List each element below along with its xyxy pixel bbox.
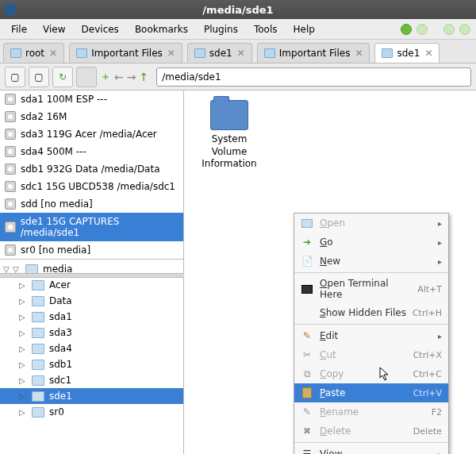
folder-icon: [264, 48, 275, 58]
rename-icon: ✎: [301, 406, 313, 418]
device-row[interactable]: sda3 119G Acer /media/Acer: [0, 125, 183, 143]
ctx-paste[interactable]: PasteCtrl+V: [294, 383, 448, 402]
up-icon[interactable]: ↑: [139, 71, 148, 83]
close-icon[interactable]: ✕: [424, 48, 432, 59]
menubar: File View Devices Bookmarks Plugins Tool…: [0, 19, 476, 40]
expand-icon[interactable]: [19, 359, 27, 370]
status-dot-4[interactable]: [459, 24, 470, 35]
ctx-label: Delete: [320, 425, 407, 437]
menu-file[interactable]: File: [3, 21, 35, 38]
tree-item[interactable]: sde1: [0, 388, 183, 404]
expand-icon[interactable]: [19, 406, 27, 417]
device-row[interactable]: sr0 [no media]: [0, 241, 183, 259]
hdd-icon: [5, 164, 16, 175]
ctx-show-hidden-files[interactable]: Show Hidden FilesCtrl+H: [294, 303, 448, 322]
toolbar-refresh[interactable]: ↻: [52, 67, 73, 87]
close-icon[interactable]: ✕: [49, 48, 57, 59]
submenu-icon: ▸: [438, 332, 442, 340]
status-dot-3[interactable]: [443, 24, 455, 35]
device-row[interactable]: sda2 16M: [0, 108, 183, 125]
ctx-cut: ✂CutCtrl+X: [294, 345, 448, 364]
folder-icon: [382, 48, 393, 58]
menu-help[interactable]: Help: [285, 21, 322, 38]
close-icon[interactable]: ✕: [355, 48, 363, 59]
status-dot-2[interactable]: [416, 24, 428, 35]
device-row[interactable]: sda4 500M ---: [0, 143, 183, 160]
back-icon[interactable]: ←: [114, 71, 124, 83]
tab-important-1[interactable]: Important Files ✕: [69, 43, 182, 63]
toolbar-btn-2[interactable]: ▢: [29, 67, 49, 87]
device-list: sda1 100M ESP ---sda2 16Msda3 119G Acer …: [0, 90, 183, 260]
tree-item[interactable]: sdb1: [0, 356, 183, 372]
expand-icon[interactable]: [19, 391, 27, 402]
paste-icon: [301, 387, 313, 399]
submenu-icon: ▸: [438, 450, 442, 455]
expand-icon[interactable]: [19, 375, 27, 386]
ctx-go[interactable]: ➔Go▸: [294, 233, 448, 252]
toolbar-folder[interactable]: [76, 67, 97, 87]
shortcut: Alt+T: [417, 284, 442, 294]
device-row[interactable]: sda1 100M ESP ---: [0, 90, 183, 108]
menu-plugins[interactable]: Plugins: [196, 21, 246, 38]
menu-view[interactable]: View: [35, 21, 73, 38]
hdd-icon: [5, 111, 16, 122]
tab-label: Important Files: [279, 48, 351, 59]
terminal-icon: [301, 283, 313, 295]
ctx-new[interactable]: 📄New▸: [294, 252, 448, 271]
close-icon[interactable]: ✕: [237, 48, 245, 59]
expand-icon[interactable]: [19, 343, 27, 354]
ctx-label: Cut: [320, 349, 407, 360]
expand-icon[interactable]: [19, 311, 27, 322]
tab-sde1-active[interactable]: sde1 ✕: [374, 43, 440, 63]
device-row[interactable]: sdc1 15G UBCD538 /media/sdc1: [0, 178, 183, 195]
tab-important-2[interactable]: Important Files ✕: [257, 43, 370, 63]
tree-item[interactable]: sda4: [0, 340, 183, 356]
folder-icon: [32, 375, 44, 386]
expand-icon[interactable]: [19, 279, 27, 290]
tree-item[interactable]: sr0: [0, 404, 183, 420]
tree-item[interactable]: Data: [0, 293, 183, 309]
ctx-label: View: [320, 448, 432, 454]
device-label: sda2 16M: [21, 111, 67, 122]
status-dot-1[interactable]: [401, 24, 412, 35]
device-row[interactable]: sdb1 932G Data /media/Data: [0, 160, 183, 178]
shortcut: Ctrl+X: [413, 350, 442, 360]
tab-label: root: [25, 48, 44, 59]
device-label: sr0 [no media]: [21, 244, 90, 256]
ctx-label: Go: [320, 237, 432, 248]
tabbar: root ✕ Important Files ✕ sde1 ✕ Importan…: [0, 40, 476, 63]
tab-root[interactable]: root ✕: [3, 43, 64, 63]
expand-icon[interactable]: [19, 295, 27, 306]
tree-item[interactable]: sdc1: [0, 372, 183, 388]
shortcut: F2: [432, 407, 442, 417]
tree-label: Data: [49, 295, 72, 306]
menu-tools[interactable]: Tools: [246, 21, 286, 38]
titlebar: /media/sde1: [0, 0, 476, 19]
device-row[interactable]: sdd [no media]: [0, 195, 183, 213]
ctx-open-terminal-here[interactable]: Open Terminal HereAlt+T: [294, 275, 448, 303]
toolbar-btn-1[interactable]: ▢: [5, 67, 25, 87]
submenu-icon: ▸: [438, 257, 442, 266]
expand-icon[interactable]: [19, 327, 27, 338]
tree-item[interactable]: sda3: [0, 325, 183, 340]
go-icon: ➔: [301, 236, 313, 248]
menu-devices[interactable]: Devices: [74, 21, 127, 38]
tab-sde1-1[interactable]: sde1 ✕: [187, 43, 252, 63]
ctx-view[interactable]: ☰View▸: [294, 444, 448, 454]
tree-label: Acer: [49, 279, 71, 290]
tree-item[interactable]: Acer: [0, 277, 183, 293]
forward-icon[interactable]: →: [127, 71, 136, 83]
file-item-system-volume[interactable]: System Volume Information: [194, 100, 265, 171]
ctx-open: Open▸: [294, 214, 448, 233]
path-input[interactable]: /media/sde1: [156, 67, 471, 87]
menu-separator: [294, 324, 448, 325]
device-row[interactable]: sde1 15G CAPTURES /media/sde1: [0, 213, 183, 241]
ctx-label: Edit: [320, 330, 432, 341]
ctx-edit[interactable]: ✎Edit▸: [294, 326, 448, 345]
add-icon[interactable]: ＋: [100, 70, 111, 84]
close-icon[interactable]: ✕: [167, 48, 175, 59]
tree-item[interactable]: sda1: [0, 309, 183, 325]
hdd-icon: [5, 244, 16, 256]
menu-bookmarks[interactable]: Bookmarks: [127, 21, 196, 38]
file-label: System Volume Information: [194, 133, 265, 171]
